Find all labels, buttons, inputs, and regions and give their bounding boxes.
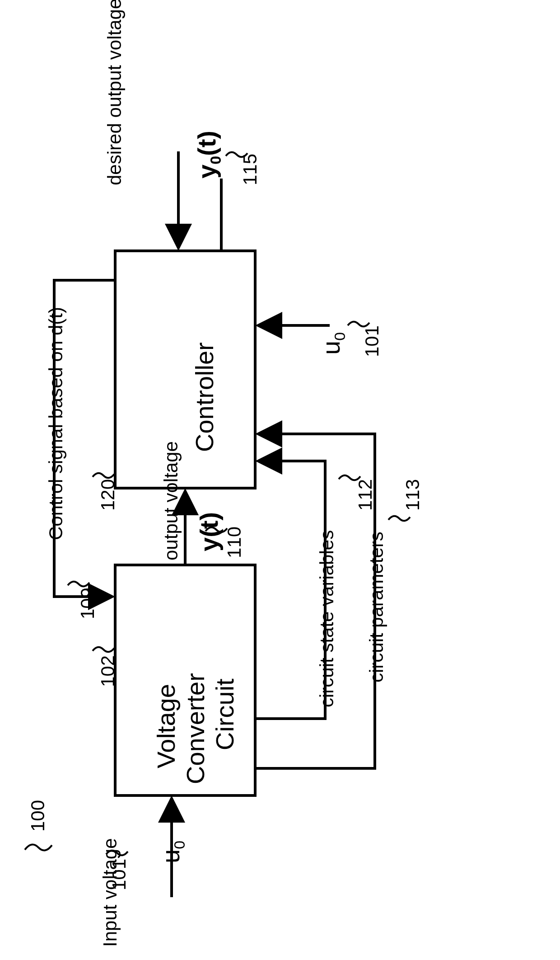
block-diagram: 100 Input voltage u0 101 Voltage Convert… [0, 0, 560, 960]
symbol-u0-input: u0 [156, 841, 188, 863]
y0-sub: 0 [207, 156, 224, 165]
u0c-base: u [317, 341, 345, 355]
label-converter: Converter [181, 673, 210, 784]
label-control-signal: Control signal based on d(t) [45, 307, 67, 540]
ref-101-input: 101 [108, 859, 130, 890]
ref-115: 115 [239, 154, 261, 185]
u0-sub: 0 [171, 841, 188, 849]
u0-base: u [156, 849, 185, 863]
symbol-yt: y(t) [194, 512, 224, 551]
label-circuit: Circuit [210, 678, 239, 750]
y0-suffix: (t) [192, 131, 221, 156]
label-input-voltage: Input voltage [99, 838, 121, 947]
symbol-u0-controller: u0 [316, 332, 349, 355]
label-circuit-parameters: circuit parameters [366, 532, 387, 682]
ref-113: 113 [402, 479, 424, 511]
ref-120: 120 [97, 479, 119, 511]
symbol-y0t: y0(t) [192, 131, 224, 179]
u0c-sub: 0 [331, 332, 348, 341]
ref-100: 100 [27, 800, 49, 832]
ref-101-controller: 101 [361, 325, 383, 357]
label-state-variables: circuit state variables [316, 530, 338, 707]
ref-102: 102 [97, 655, 119, 687]
label-desired-output: desired output voltage [104, 0, 126, 185]
label-voltage: Voltage [151, 684, 181, 768]
label-controller: Controller [190, 342, 219, 452]
ref-109: 109 [77, 588, 98, 619]
label-output-voltage: output voltage [160, 441, 182, 560]
diagram-svg-main [0, 0, 560, 960]
ref-112: 112 [355, 479, 376, 511]
y0-base: y [192, 165, 221, 179]
svg-rect-7 [0, 0, 560, 960]
ref-110: 110 [224, 527, 245, 558]
